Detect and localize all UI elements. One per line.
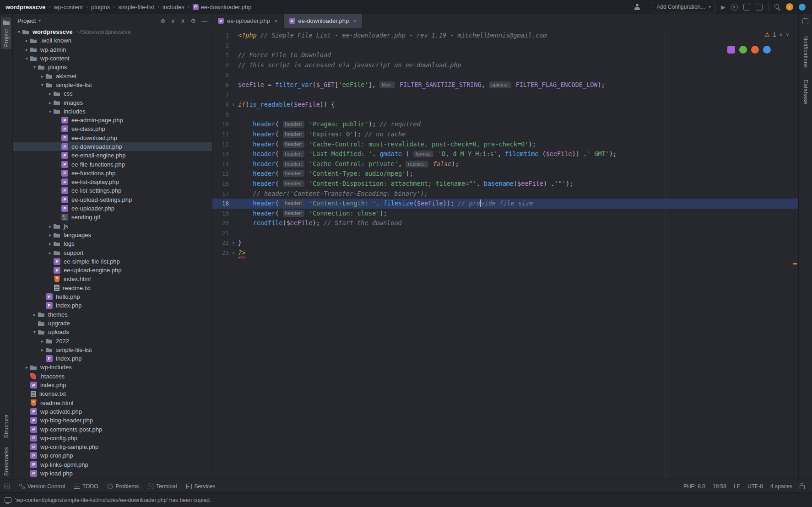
tree-item[interactable]: ee-simple-file-list.php xyxy=(13,257,212,266)
tree-item[interactable]: ▸simple-file-list xyxy=(13,345,212,354)
status-item-services[interactable]: Services xyxy=(186,483,216,490)
chevron-down-icon[interactable]: ▾ xyxy=(47,109,54,114)
collapse-all-icon[interactable]: ∧ xyxy=(181,17,185,24)
status-value[interactable]: 18:58 xyxy=(713,483,726,490)
code-line[interactable]: header( header: 'Cache-Control: private'… xyxy=(238,159,793,169)
chevron-right-icon[interactable]: ▸ xyxy=(23,365,30,370)
chevron-down-icon[interactable]: ▾ xyxy=(31,329,38,334)
run-icon[interactable]: ▶ xyxy=(721,4,725,10)
breadcrumb-item[interactable]: wp-content xyxy=(54,4,83,11)
notifications-icon[interactable] xyxy=(802,18,808,24)
tree-item[interactable]: ▸logs xyxy=(13,239,212,248)
tree-item[interactable]: ▸languages xyxy=(13,231,212,239)
tool-strip-label-database[interactable]: Database xyxy=(802,80,809,104)
tree-item[interactable]: readme.html xyxy=(13,398,212,407)
editor-tab[interactable]: ee-uploader.php× xyxy=(212,14,284,28)
code-line[interactable]: // header('Content-Transfer-Encoding: bi… xyxy=(238,189,793,199)
firefox-icon[interactable] xyxy=(751,46,759,54)
tree-item[interactable]: ee-downloader.php xyxy=(13,142,212,151)
tree-item[interactable]: ee-upload-settings.php xyxy=(13,195,212,204)
fold-icon[interactable]: ∧ xyxy=(229,238,238,248)
select-opened-file-icon[interactable]: ⊕ xyxy=(160,17,165,24)
status-value[interactable]: PHP: 8.0 xyxy=(683,483,705,490)
tree-item[interactable]: ▾includes xyxy=(13,107,212,116)
breadcrumb-item[interactable]: ee-downloader.php xyxy=(193,4,252,11)
safari-icon[interactable] xyxy=(763,46,771,54)
next-problem-icon[interactable]: ∨ xyxy=(786,32,789,37)
tree-item[interactable]: wp-links-opml.php xyxy=(13,460,212,469)
builtin-preview-icon[interactable] xyxy=(727,46,735,54)
code-line[interactable]: } xyxy=(238,238,793,248)
chevron-right-icon[interactable]: ▸ xyxy=(39,347,46,352)
status-item-terminal[interactable]: Terminal xyxy=(148,483,177,490)
project-tool-window-button[interactable]: Project xyxy=(1,17,11,49)
tree-item[interactable]: license.txt xyxy=(13,389,212,398)
tool-window-switcher-icon[interactable] xyxy=(5,484,10,489)
code-line[interactable] xyxy=(238,90,793,100)
code-with-me-icon[interactable] xyxy=(799,4,806,11)
update-available-icon[interactable]: ↑ xyxy=(786,3,793,11)
tree-item[interactable]: index.php xyxy=(13,354,212,363)
code-line[interactable]: header( header: 'Connection: close'); xyxy=(238,209,793,219)
tool-strip-label-structure[interactable]: Structure xyxy=(3,415,10,438)
tree-item[interactable]: ee-list-settings.php xyxy=(13,186,212,195)
fold-icon[interactable]: ∧ xyxy=(229,248,238,258)
chevron-down-icon[interactable]: ▾ xyxy=(31,65,38,70)
tree-item[interactable]: ▸2022 xyxy=(13,336,212,345)
tree-item[interactable]: ▸images xyxy=(13,98,212,107)
status-value[interactable]: 4 spaces xyxy=(770,483,792,490)
code-line[interactable]: // Force File to Download xyxy=(238,50,793,60)
project-panel-title[interactable]: Project xyxy=(17,17,36,24)
code-line[interactable]: header( header: 'Expires: 0'); // no cac… xyxy=(238,129,793,140)
tree-item[interactable]: sending.gif xyxy=(13,213,212,221)
editor-tab[interactable]: ee-downloader.php× xyxy=(284,14,363,28)
tree-item[interactable]: .htaccess xyxy=(13,372,212,381)
status-value[interactable]: UTF-8 xyxy=(747,483,763,490)
code-line[interactable]: header( header: 'Pragma: public'); // re… xyxy=(238,119,793,129)
hide-panel-icon[interactable]: — xyxy=(201,17,207,24)
code-editor[interactable]: 12345678∨910111213141516171819202122∧23∧… xyxy=(212,28,798,480)
chevron-right-icon[interactable]: ▸ xyxy=(47,224,54,229)
tree-item[interactable]: wp-activate.php xyxy=(13,407,212,416)
close-icon[interactable]: × xyxy=(274,17,278,24)
error-stripe-mark[interactable] xyxy=(793,263,797,264)
code-line[interactable]: header( header: 'Content-Disposition: at… xyxy=(238,179,793,189)
chevron-right-icon[interactable]: ▸ xyxy=(47,241,54,246)
status-item-todo[interactable]: TODO xyxy=(74,483,98,490)
status-item-vcs[interactable]: Version Control xyxy=(19,483,65,490)
breadcrumb-item[interactable]: simple-file-list xyxy=(118,4,154,11)
coverage-icon[interactable] xyxy=(743,4,750,11)
code-line[interactable] xyxy=(238,41,793,51)
code-line[interactable]: ?> xyxy=(238,248,793,258)
tree-item[interactable]: ▸wp-admin xyxy=(13,45,212,54)
chevron-right-icon[interactable]: ▸ xyxy=(47,91,54,96)
tree-item[interactable]: ee-class.php xyxy=(13,124,212,133)
close-icon[interactable]: × xyxy=(353,17,357,24)
tree-item[interactable]: wp-load.php xyxy=(13,469,212,478)
tree-item[interactable]: ▾wp-content xyxy=(13,54,212,63)
tree-item[interactable]: ee-file-functions.php xyxy=(13,160,212,168)
expand-all-icon[interactable]: ∨ xyxy=(171,17,175,24)
tree-item[interactable]: ee-list-display.php xyxy=(13,178,212,186)
tree-item[interactable]: ▾simple-file-list xyxy=(13,81,212,89)
user-account-icon[interactable] xyxy=(634,4,640,10)
tree-item[interactable]: ee-upload-engine.php xyxy=(13,266,212,275)
chevron-down-icon[interactable]: ▾ xyxy=(16,29,22,34)
chevron-right-icon[interactable]: ▸ xyxy=(39,339,46,344)
chevron-right-icon[interactable]: ▸ xyxy=(23,47,30,52)
gear-icon[interactable]: ⚙ xyxy=(190,17,196,24)
tree-item[interactable]: readme.txt xyxy=(13,284,212,292)
tree-item[interactable]: wp-cron.php xyxy=(13,451,212,460)
tree-item[interactable]: ▾wordpresscve~/Sites/wordpresscve xyxy=(13,27,212,36)
chevron-down-icon[interactable]: ▾ xyxy=(23,56,30,61)
chevron-right-icon[interactable]: ▸ xyxy=(23,38,30,43)
breadcrumb-item[interactable]: plugins xyxy=(91,4,110,11)
profiler-icon[interactable] xyxy=(756,4,763,11)
tree-item[interactable]: wp-comments-post.php xyxy=(13,425,212,433)
tree-item[interactable]: wp-blog-header.php xyxy=(13,416,212,425)
search-everywhere-icon[interactable] xyxy=(774,4,780,10)
code-line[interactable] xyxy=(238,228,793,238)
code-line[interactable]: $eeFile = filter_var($_GET['eeFile'], fi… xyxy=(238,80,793,90)
tree-item[interactable]: ▸css xyxy=(13,89,212,98)
lock-icon[interactable] xyxy=(800,485,805,489)
